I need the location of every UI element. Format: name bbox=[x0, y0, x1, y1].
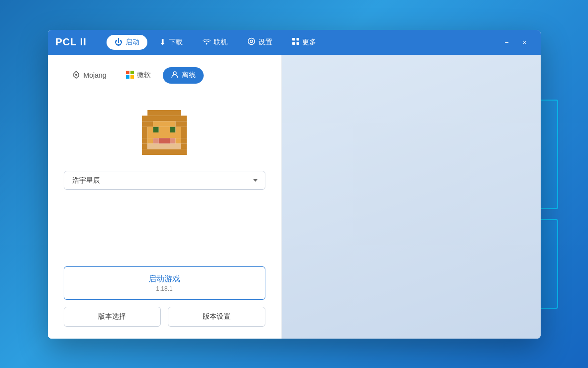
svg-rect-3 bbox=[296, 38, 299, 41]
svg-rect-24 bbox=[181, 126, 187, 132]
nav-item-more[interactable]: 更多 bbox=[284, 35, 324, 50]
right-panel bbox=[282, 55, 541, 339]
svg-rect-12 bbox=[147, 110, 181, 116]
svg-rect-9 bbox=[126, 75, 129, 79]
app-window: PCL II ⏻ 启动 ⬇ 下载 bbox=[48, 30, 541, 339]
version-settings-button[interactable]: 版本设置 bbox=[168, 307, 265, 327]
svg-rect-38 bbox=[142, 149, 187, 154]
svg-rect-13 bbox=[142, 116, 187, 121]
svg-rect-36 bbox=[147, 143, 181, 149]
nav-item-settings[interactable]: 设置 bbox=[239, 34, 280, 50]
wifi-icon bbox=[203, 38, 211, 47]
svg-rect-30 bbox=[153, 138, 159, 143]
svg-rect-21 bbox=[164, 126, 170, 132]
minimize-button[interactable]: − bbox=[499, 34, 515, 50]
svg-rect-20 bbox=[159, 126, 164, 132]
svg-point-1 bbox=[248, 38, 254, 44]
svg-rect-23 bbox=[176, 126, 181, 132]
nav-label-settings: 设置 bbox=[258, 38, 272, 47]
svg-rect-37 bbox=[181, 143, 187, 149]
svg-point-11 bbox=[173, 72, 176, 75]
nav-item-online[interactable]: 联机 bbox=[195, 35, 235, 50]
svg-rect-5 bbox=[296, 42, 299, 45]
nav-label-more: 更多 bbox=[302, 38, 316, 47]
nav-label-online: 联机 bbox=[214, 38, 228, 47]
nav-items: ⏻ 启动 ⬇ 下载 联机 bbox=[107, 34, 499, 50]
nav-item-download[interactable]: ⬇ 下载 bbox=[151, 34, 191, 50]
svg-rect-2 bbox=[292, 38, 295, 41]
svg-point-0 bbox=[250, 40, 252, 42]
content-area: Mojang 微软 bbox=[48, 55, 541, 339]
close-button[interactable]: × bbox=[517, 34, 533, 50]
launch-label: 启动游戏 bbox=[148, 274, 180, 284]
svg-rect-22 bbox=[170, 126, 175, 132]
auth-tab-microsoft[interactable]: 微软 bbox=[118, 67, 159, 84]
auth-tab-mojang-label: Mojang bbox=[84, 71, 107, 79]
avatar-area bbox=[64, 110, 265, 155]
svg-rect-10 bbox=[130, 75, 134, 79]
svg-rect-15 bbox=[153, 121, 176, 126]
player-avatar bbox=[142, 110, 187, 155]
svg-rect-14 bbox=[142, 121, 153, 126]
svg-rect-4 bbox=[292, 42, 295, 45]
svg-rect-7 bbox=[126, 71, 129, 74]
nav-label-launch: 启动 bbox=[125, 38, 139, 47]
svg-rect-19 bbox=[153, 126, 159, 132]
window-controls: − × bbox=[499, 34, 533, 50]
svg-rect-18 bbox=[147, 126, 153, 132]
bottom-buttons: 版本选择 版本设置 bbox=[64, 307, 265, 327]
svg-rect-8 bbox=[130, 71, 134, 74]
svg-rect-28 bbox=[142, 138, 147, 143]
power-icon: ⏻ bbox=[115, 38, 122, 47]
download-icon: ⬇ bbox=[159, 37, 166, 47]
left-panel: Mojang 微软 bbox=[48, 55, 282, 339]
svg-rect-17 bbox=[142, 126, 147, 132]
svg-rect-27 bbox=[181, 132, 187, 138]
auth-tab-microsoft-label: 微软 bbox=[137, 71, 151, 80]
auth-tab-mojang[interactable]: Mojang bbox=[64, 67, 115, 84]
username-select[interactable]: 浩宇星辰 bbox=[64, 171, 265, 190]
nav-label-download: 下载 bbox=[169, 38, 183, 47]
auth-tab-offline-label: 离线 bbox=[182, 71, 196, 80]
svg-rect-25 bbox=[142, 132, 147, 138]
app-logo: PCL II bbox=[56, 36, 87, 48]
svg-rect-16 bbox=[176, 121, 187, 126]
settings-icon bbox=[247, 37, 255, 47]
launch-game-button[interactable]: 启动游戏 1.18.1 bbox=[64, 266, 265, 300]
svg-rect-26 bbox=[147, 132, 181, 138]
title-bar: PCL II ⏻ 启动 ⬇ 下载 bbox=[48, 30, 541, 55]
version-select-button[interactable]: 版本选择 bbox=[64, 307, 161, 327]
grid-icon bbox=[292, 38, 299, 47]
offline-icon bbox=[171, 71, 179, 80]
svg-rect-34 bbox=[181, 138, 187, 143]
auth-tabs: Mojang 微软 bbox=[64, 67, 265, 84]
svg-rect-32 bbox=[170, 138, 175, 143]
microsoft-icon bbox=[126, 71, 134, 80]
svg-point-6 bbox=[75, 74, 77, 76]
svg-rect-29 bbox=[147, 138, 153, 143]
mojang-icon bbox=[72, 70, 81, 81]
version-label: 1.18.1 bbox=[156, 285, 172, 292]
svg-rect-33 bbox=[176, 138, 181, 143]
svg-rect-31 bbox=[159, 138, 170, 143]
auth-tab-offline[interactable]: 离线 bbox=[163, 67, 204, 84]
nav-item-launch[interactable]: ⏻ 启动 bbox=[107, 35, 147, 50]
svg-rect-35 bbox=[142, 143, 147, 149]
